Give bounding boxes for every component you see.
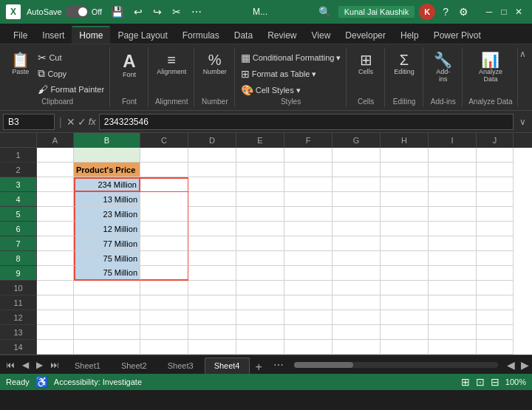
col-header-d[interactable]: D [188, 133, 236, 148]
row-header-1[interactable]: 1 [0, 148, 36, 163]
row-header-12[interactable]: 12 [0, 310, 36, 325]
cell-e8[interactable] [236, 251, 284, 266]
conditional-formatting-button[interactable]: ▦ Conditional Formatting ▾ [238, 50, 344, 65]
cell-d12[interactable] [188, 310, 236, 325]
cell-b3[interactable]: 234 Million [74, 177, 140, 192]
conditional-formatting-dropdown[interactable]: ▾ [336, 53, 341, 63]
cell-e11[interactable] [236, 295, 284, 310]
cell-d8[interactable] [188, 251, 236, 266]
cell-h5[interactable] [381, 207, 429, 222]
cell-f1[interactable] [284, 148, 332, 163]
sheet-options-button[interactable]: ⋯ [269, 359, 288, 371]
col-header-b[interactable]: B [74, 133, 140, 148]
maximize-button[interactable]: □ [497, 4, 511, 19]
cell-f14[interactable] [284, 340, 332, 355]
cell-h8[interactable] [381, 251, 429, 266]
cell-i14[interactable] [429, 340, 477, 355]
undo-icon[interactable]: ↩ [131, 4, 146, 19]
cell-f4[interactable] [284, 192, 332, 207]
cell-f3[interactable] [284, 177, 332, 192]
cell-j4[interactable] [477, 192, 514, 207]
addins-button[interactable]: 🔧 Add-ins [429, 50, 457, 85]
col-header-j[interactable]: J [477, 133, 514, 148]
cell-i13[interactable] [429, 325, 477, 340]
cell-i9[interactable] [429, 266, 477, 281]
cell-a11[interactable] [37, 295, 74, 310]
close-button[interactable]: ✕ [511, 4, 526, 19]
cell-d11[interactable] [188, 295, 236, 310]
cell-h1[interactable] [381, 148, 429, 163]
tab-developer[interactable]: Developer [338, 27, 393, 44]
cell-i10[interactable] [429, 281, 477, 295]
cell-e12[interactable] [236, 310, 284, 325]
save-icon[interactable]: 💾 [108, 4, 126, 19]
cell-d10[interactable] [188, 281, 236, 295]
sheet-tab-sheet4[interactable]: Sheet4 [205, 358, 250, 374]
formula-expand-button[interactable]: ∨ [516, 117, 529, 127]
cell-i1[interactable] [429, 148, 477, 163]
cell-j13[interactable] [477, 325, 514, 340]
tab-help[interactable]: Help [393, 27, 426, 44]
cell-b7[interactable]: 77 Million [74, 236, 140, 251]
format-as-table-dropdown[interactable]: ▾ [312, 69, 316, 79]
cell-b12[interactable] [74, 310, 140, 325]
cell-h9[interactable] [381, 266, 429, 281]
cell-g8[interactable] [332, 251, 381, 266]
autosave-toggle[interactable] [65, 6, 89, 18]
row-header-11[interactable]: 11 [0, 295, 36, 310]
cell-c7[interactable] [140, 236, 188, 251]
cell-d1[interactable] [188, 148, 236, 163]
sheet-tab-sheet3[interactable]: Sheet3 [158, 358, 203, 374]
cell-h12[interactable] [381, 310, 429, 325]
cell-i3[interactable] [429, 177, 477, 192]
row-header-3[interactable]: 3 [0, 177, 36, 192]
cancel-formula-icon[interactable]: ✕ [66, 116, 75, 128]
col-header-i[interactable]: I [429, 133, 477, 148]
redo-icon[interactable]: ↪ [150, 4, 165, 19]
accessibility-text[interactable]: Accessibility: Investigate [54, 377, 142, 386]
cell-g9[interactable] [332, 266, 381, 281]
cell-i2[interactable] [429, 163, 477, 177]
cell-j12[interactable] [477, 310, 514, 325]
cell-i4[interactable] [429, 192, 477, 207]
cell-g12[interactable] [332, 310, 381, 325]
cell-a3[interactable] [37, 177, 74, 192]
cell-d13[interactable] [188, 325, 236, 340]
row-header-8[interactable]: 8 [0, 251, 36, 266]
cell-b14[interactable] [74, 340, 140, 355]
cell-f8[interactable] [284, 251, 332, 266]
col-header-g[interactable]: G [332, 133, 381, 148]
cell-g1[interactable] [332, 148, 381, 163]
copy-button[interactable]: ⧉ Copy [35, 66, 107, 81]
cell-g7[interactable] [332, 236, 381, 251]
cell-a9[interactable] [37, 266, 74, 281]
horizontal-scrollbar[interactable] [294, 362, 498, 368]
scroll-right-button[interactable]: ▶ [518, 359, 532, 371]
sheet-nav-prev[interactable]: ◀ [19, 358, 32, 372]
row-header-7[interactable]: 7 [0, 236, 36, 251]
cell-styles-button[interactable]: 🎨 Cell Styles ▾ [238, 83, 344, 98]
cell-h4[interactable] [381, 192, 429, 207]
cell-h2[interactable] [381, 163, 429, 177]
cell-a4[interactable] [37, 192, 74, 207]
row-header-2[interactable]: 2 [0, 163, 36, 177]
cell-b10[interactable] [74, 281, 140, 295]
scroll-left-button[interactable]: ◀ [504, 359, 518, 371]
cell-e3[interactable] [236, 177, 284, 192]
page-layout-view-icon[interactable]: ⊡ [476, 376, 485, 388]
sheet-nav-first[interactable]: ⏮ [3, 358, 18, 372]
cell-a8[interactable] [37, 251, 74, 266]
cell-d6[interactable] [188, 222, 236, 236]
cell-j6[interactable] [477, 222, 514, 236]
add-sheet-button[interactable]: + [251, 361, 267, 374]
row-header-9[interactable]: 9 [0, 266, 36, 281]
cell-c8[interactable] [140, 251, 188, 266]
tab-power-pivot[interactable]: Power Pivot [426, 27, 488, 44]
tab-home[interactable]: Home [72, 26, 110, 44]
cell-j14[interactable] [477, 340, 514, 355]
cell-e9[interactable] [236, 266, 284, 281]
sheet-tab-sheet1[interactable]: Sheet1 [65, 358, 110, 374]
cell-a5[interactable] [37, 207, 74, 222]
cell-i11[interactable] [429, 295, 477, 310]
page-break-view-icon[interactable]: ⊟ [491, 376, 499, 388]
